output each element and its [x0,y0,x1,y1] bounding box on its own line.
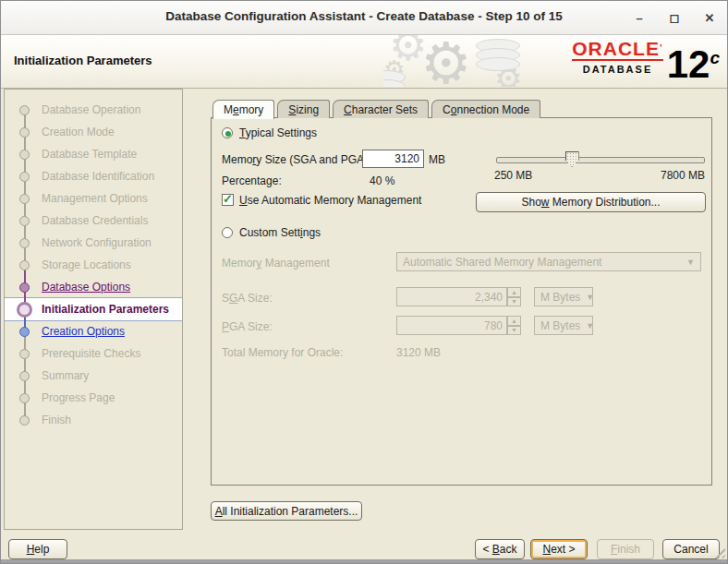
step-dot-icon [19,127,30,138]
next-button[interactable]: Next > [530,539,588,559]
sidebar-item-database-template: Database Template [5,143,182,165]
custom-settings-radio[interactable] [222,227,233,238]
chevron-down-icon: ▼ [686,258,695,267]
sidebar-item-database-credentials: Database Credentials [5,210,182,232]
minimize-icon[interactable]: – [633,11,646,24]
close-icon[interactable]: ✕ [703,11,716,24]
step-dot-icon [19,105,30,115]
sidebar-item-summary: Summary [5,365,182,387]
dbca-window: Database Configuration Assistant - Creat… [0,0,728,564]
step-label: Creation Options [42,325,125,338]
tab-connection-mode[interactable]: Connection Mode [431,100,540,118]
custom-settings-label: Custom Settings [239,226,321,239]
tab-bar: MemorySizingCharacter SetsConnection Mod… [212,100,540,119]
use-amm-checkbox[interactable] [222,194,234,206]
sga-size-stepper: ▲ ▼ [507,287,521,306]
oracle-12c-logo: ORACLE’ DATABASE 12c [572,40,720,83]
memory-size-input[interactable]: 3120 [362,150,424,168]
memory-size-unit: MB [429,153,445,166]
pga-size-stepper: ▲ ▼ [507,316,521,335]
memory-size-label: Memory Size (SGA and PGA): [222,153,370,166]
memory-management-label: Memory Management [222,257,330,270]
step-dot-icon [19,415,30,426]
step-dot-icon [19,282,30,293]
spinner-up-icon: ▲ [507,287,521,297]
step-dot-icon [19,216,30,226]
tab-memory[interactable]: Memory [212,100,274,119]
step-label: Creation Mode [42,126,115,138]
step-label: Finish [42,414,71,426]
step-label: Database Identification [42,170,154,183]
oracle-wordmark: ORACLE’ [572,38,662,59]
sidebar-item-creation-mode: Creation Mode [5,121,182,143]
sga-size-input: 2,340 [396,287,507,306]
sidebar-item-database-operation: Database Operation [5,99,182,121]
slider-min-label: 250 MB [494,169,532,182]
help-button[interactable]: Help [8,539,67,559]
typical-settings-label: Typical Settings [239,126,317,139]
step-dot-icon [19,172,30,182]
sidebar-item-management-options: Management Options [5,187,182,210]
sidebar-item-database-options[interactable]: Database Options [5,276,182,298]
sidebar-item-initialization-parameters[interactable]: Initialization Parameters [5,298,182,320]
cancel-button[interactable]: Cancel [662,539,720,559]
step-label: Database Options [42,281,130,294]
step-label: Progress Page [42,391,115,404]
back-button[interactable]: < Back [475,539,525,559]
all-initialization-parameters-button[interactable]: All Initialization Parameters... [211,501,362,521]
gear-icon: ⚙ [420,35,472,87]
chevron-down-icon: ▼ [586,293,594,302]
step-label: Management Options [42,192,148,205]
step-dot-icon [19,393,30,403]
pga-size-input: 780 [396,316,507,335]
maximize-icon[interactable]: ◻ [668,11,681,24]
spinner-down-icon: ▼ [507,297,521,307]
show-memory-distribution-button[interactable]: Show Memory Distribution... [476,192,706,212]
sidebar-item-storage-locations: Storage Locations [5,254,182,276]
spinner-down-icon: ▼ [507,326,521,336]
tab-sizing[interactable]: Sizing [277,100,330,118]
step-dot-icon [19,349,30,359]
memory-management-select: Automatic Shared Memory Management ▼ [396,252,701,271]
step-label: Database Operation [42,103,140,116]
total-memory-value: 3120 MB [396,346,441,359]
logo-rule [572,59,662,61]
step-dot-icon [17,302,32,318]
step-dot-icon [19,327,30,337]
sidebar-item-creation-options[interactable]: Creation Options [5,320,182,342]
percentage-label: Percentage: [222,174,282,187]
pga-size-label: PGA Size: [222,320,273,333]
page-header: Initialization Parameters ⚙ ⚙ ⚙ ⚙ ORACLE… [1,35,727,89]
spinner-up-icon: ▲ [507,316,521,326]
logo-product: DATABASE [572,64,662,75]
step-dot-icon [19,194,30,204]
sidebar-item-database-identification: Database Identification [5,165,182,187]
gears-artwork: ⚙ ⚙ ⚙ ⚙ [383,35,550,87]
memory-slider-track[interactable] [496,157,705,163]
tab-character-sets[interactable]: Character Sets [333,100,429,118]
step-label: Database Credentials [42,214,148,227]
total-memory-label: Total Memory for Oracle: [222,346,343,359]
page-title: Initialization Parameters [14,54,152,67]
finish-button: Finish [597,539,654,559]
percentage-value: 40 % [370,174,394,187]
titlebar: Database Configuration Assistant - Creat… [1,1,727,35]
typical-settings-radio[interactable] [222,127,233,138]
step-label: Initialization Parameters [42,303,169,316]
slider-thumb[interactable] [565,151,579,167]
window-controls: – ◻ ✕ [633,1,716,34]
slider-scale-labels: 250 MB 7800 MB [494,169,705,182]
use-amm-label: Use Automatic Memory Management [239,194,421,207]
sidebar-item-finish: Finish [5,409,182,431]
sga-size-label: SGA Size: [222,292,273,305]
window-bottom-edge [1,559,727,563]
pga-unit-select: M Bytes▼ [534,316,593,335]
step-dot-icon [19,150,30,160]
step-label: Prerequisite Checks [42,347,140,360]
step-dot-icon [19,260,30,270]
step-label: Database Template [42,148,137,161]
step-label: Storage Locations [42,258,131,271]
sidebar-item-network-configuration: Network Configuration [5,232,182,254]
step-label: Network Configuration [42,236,152,249]
slider-max-label: 7800 MB [661,169,705,182]
